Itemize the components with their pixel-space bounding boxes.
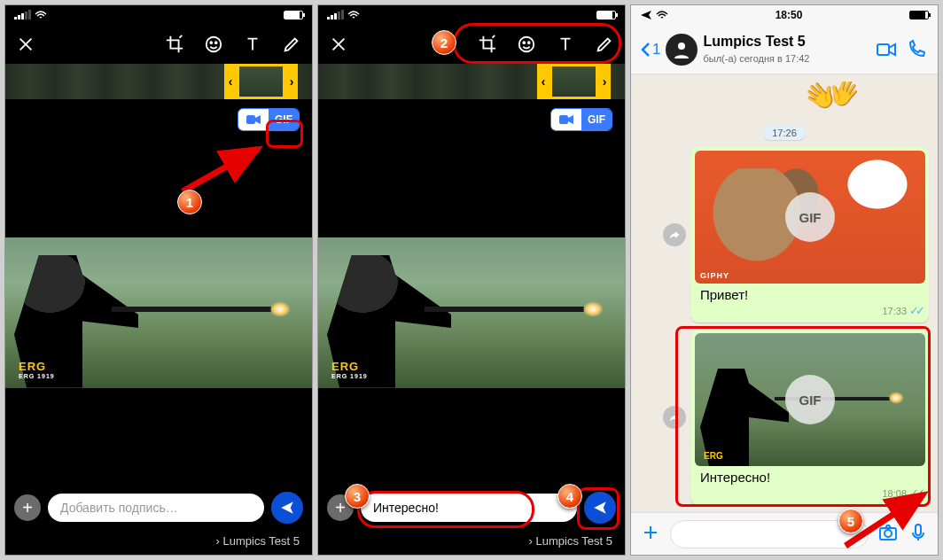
chat-title[interactable]: Lumpics Test 5был(-а) сегодня в 17:42 bbox=[703, 34, 869, 65]
wifi-icon bbox=[347, 11, 360, 19]
airplane-icon bbox=[640, 9, 652, 21]
close-icon[interactable] bbox=[329, 35, 348, 54]
crop-icon[interactable] bbox=[165, 35, 184, 54]
svg-point-0 bbox=[207, 37, 222, 52]
sticker-message: 👐 bbox=[805, 82, 929, 119]
draw-icon[interactable] bbox=[595, 35, 614, 54]
editor-screen-2: ‹ › GIF ERGERG 1919 + Интересно! › Lumpi… bbox=[317, 4, 626, 556]
callout-2: 2 bbox=[432, 30, 456, 55]
trim-selection[interactable] bbox=[549, 64, 598, 99]
video-mode-icon[interactable] bbox=[551, 109, 581, 130]
gif-thumbnail[interactable]: GIF GIPHY bbox=[695, 151, 925, 284]
svg-point-1 bbox=[210, 42, 212, 43]
message-time: 18:08 bbox=[882, 488, 907, 499]
video-gif-toggle[interactable]: GIF bbox=[238, 108, 300, 131]
callout-5: 5 bbox=[838, 509, 863, 533]
message-text: Привет! bbox=[695, 284, 925, 304]
send-button[interactable] bbox=[584, 492, 616, 524]
recipient-label: › Lumpics Test 5 bbox=[318, 531, 625, 555]
message-time: 17:33 bbox=[882, 306, 907, 316]
svg-point-11 bbox=[885, 530, 892, 537]
voice-call-icon[interactable] bbox=[904, 37, 929, 62]
status-bar bbox=[318, 5, 625, 25]
trim-selection[interactable] bbox=[237, 64, 285, 99]
close-icon[interactable] bbox=[16, 35, 35, 54]
chat-screen: 18:50 1 Lumpics Test 5был(-а) сегодня в … bbox=[630, 4, 939, 556]
editor-topbar bbox=[318, 25, 625, 64]
jersey-text: ERG bbox=[331, 360, 359, 373]
messages: 👐 17:26 GIF GIPHY Привет! 17:33✓✓ ERG GI… bbox=[631, 74, 938, 512]
callout-3: 3 bbox=[345, 484, 370, 509]
forward-icon[interactable] bbox=[663, 223, 686, 246]
giphy-label: GIPHY bbox=[700, 271, 729, 280]
jersey-text: ERG bbox=[19, 360, 46, 373]
editor-screen-1: ‹ › GIF ERGERG 1919 + Добавить подпись… … bbox=[4, 4, 313, 556]
gif-mode-button[interactable]: GIF bbox=[581, 109, 612, 130]
forward-icon[interactable] bbox=[663, 406, 686, 429]
text-icon[interactable] bbox=[556, 35, 575, 54]
video-preview: ERGERG 1919 bbox=[5, 140, 312, 485]
message-gif-2[interactable]: ERG GIF Интересно! 18:08✓✓ bbox=[691, 330, 929, 505]
svg-rect-7 bbox=[559, 115, 568, 124]
mic-button[interactable] bbox=[908, 522, 929, 547]
text-icon[interactable] bbox=[243, 35, 262, 54]
time-chip: 17:26 bbox=[763, 126, 806, 140]
wifi-icon bbox=[656, 11, 668, 19]
caption-input[interactable]: Добавить подпись… bbox=[48, 494, 264, 522]
svg-point-8 bbox=[678, 43, 685, 50]
video-call-icon[interactable] bbox=[874, 37, 899, 62]
video-preview: ERGERG 1919 bbox=[318, 140, 625, 485]
gif-badge: GIF bbox=[785, 192, 835, 242]
message-text: Интересно! bbox=[695, 466, 925, 486]
status-bar: 18:50 bbox=[631, 5, 938, 25]
read-ticks-icon: ✓✓ bbox=[909, 304, 922, 317]
gif-mode-button[interactable]: GIF bbox=[269, 109, 299, 130]
callout-4: 4 bbox=[557, 484, 582, 509]
svg-rect-9 bbox=[877, 44, 889, 55]
emoji-icon[interactable] bbox=[204, 35, 223, 54]
video-gif-toggle[interactable]: GIF bbox=[550, 108, 612, 131]
status-time: 18:50 bbox=[775, 9, 803, 21]
svg-rect-12 bbox=[916, 525, 921, 535]
chat-input-bar bbox=[631, 512, 938, 555]
trim-handle-right[interactable]: › bbox=[285, 64, 298, 99]
avatar[interactable] bbox=[666, 34, 698, 66]
caption-input[interactable]: Интересно! bbox=[361, 494, 577, 522]
svg-point-6 bbox=[528, 42, 530, 43]
svg-point-4 bbox=[519, 37, 534, 52]
delivered-ticks-icon: ✓✓ bbox=[909, 486, 922, 500]
editor-topbar bbox=[5, 25, 312, 64]
wifi-icon bbox=[35, 11, 47, 19]
status-bar bbox=[5, 5, 312, 25]
chat-header: 1 Lumpics Test 5был(-а) сегодня в 17:42 bbox=[631, 25, 938, 74]
attach-button[interactable] bbox=[640, 522, 661, 547]
emoji-icon[interactable] bbox=[517, 35, 536, 54]
svg-point-2 bbox=[215, 42, 217, 43]
add-media-button[interactable]: + bbox=[14, 494, 41, 521]
trim-handle-right[interactable]: › bbox=[598, 64, 611, 99]
back-button[interactable]: 1 bbox=[640, 41, 660, 58]
svg-rect-3 bbox=[246, 115, 255, 124]
message-gif-1[interactable]: GIF GIPHY Привет! 17:33✓✓ bbox=[691, 147, 929, 323]
callout-1: 1 bbox=[177, 190, 202, 214]
video-timeline[interactable]: ‹ › bbox=[318, 64, 625, 99]
gif-badge: GIF bbox=[785, 375, 835, 424]
video-mode-icon[interactable] bbox=[238, 109, 269, 130]
recipient-label: › Lumpics Test 5 bbox=[5, 531, 312, 555]
gif-thumbnail[interactable]: ERG GIF bbox=[695, 333, 925, 466]
send-button[interactable] bbox=[271, 492, 303, 524]
video-timeline[interactable]: ‹ › bbox=[5, 64, 312, 99]
draw-icon[interactable] bbox=[282, 35, 301, 54]
camera-button[interactable] bbox=[877, 522, 899, 547]
trim-handle-left[interactable]: ‹ bbox=[537, 64, 549, 99]
crop-icon[interactable] bbox=[478, 35, 497, 54]
svg-point-5 bbox=[523, 42, 525, 43]
caption-row: + Добавить подпись… bbox=[5, 485, 312, 531]
trim-handle-left[interactable]: ‹ bbox=[224, 64, 237, 99]
